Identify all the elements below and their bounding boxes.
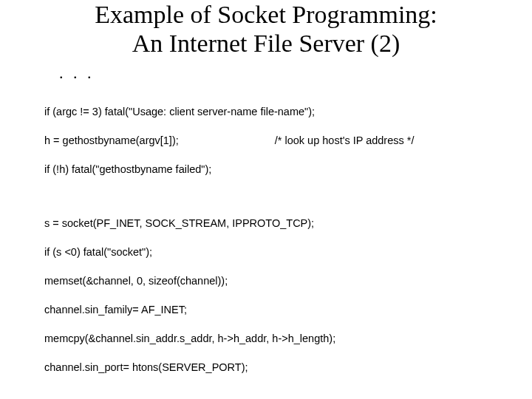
title-line-1: Example of Socket Programming: (95, 1, 437, 28)
code-text: h = gethostbyname(argv[1]); (44, 134, 179, 146)
code-line: if (!h) fatal("gethostbyname failed"); (44, 163, 532, 177)
code-line: if (s <0) fatal("socket"); (44, 245, 532, 260)
blank-line (44, 191, 532, 202)
code-line: if (argc != 3) fatal("Usage: client serv… (44, 105, 532, 120)
code-line: s = socket(PF_INET, SOCK_STREAM, IPPROTO… (44, 216, 532, 231)
blank-line (44, 389, 532, 399)
ellipsis-top: . . . (59, 64, 532, 83)
code-line: memcpy(&channel.sin_addr.s_addr, h->h_ad… (44, 332, 532, 347)
code-line: h = gethostbyname(argv[1]);/* look up ho… (44, 134, 532, 149)
code-comment: /* look up host's IP address */ (275, 134, 415, 149)
code-line: channel.sin_port= htons(SERVER_PORT); (44, 361, 532, 375)
title-line-2: An Internet File Server (2) (132, 30, 400, 57)
slide-title: Example of Socket Programming: An Intern… (0, 0, 532, 58)
code-block: if (argc != 3) fatal("Usage: client serv… (44, 90, 532, 399)
code-line: memset(&channel, 0, sizeof(channel)); (44, 274, 532, 289)
code-line: channel.sin_family= AF_INET; (44, 303, 532, 318)
